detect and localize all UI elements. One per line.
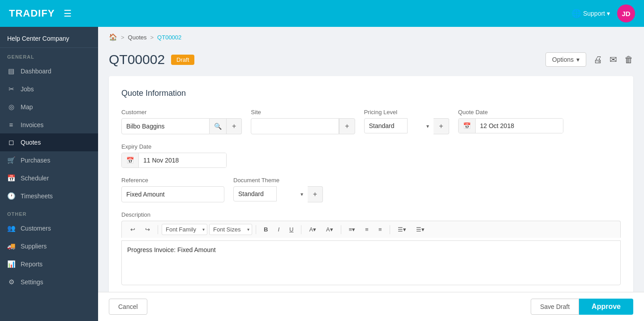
description-label: Description [121, 211, 621, 218]
pricing-level-select[interactable]: Standard Premium Basic [364, 118, 408, 133]
user-avatar[interactable]: JD [617, 4, 635, 22]
reference-input[interactable] [121, 186, 224, 202]
doc-theme-add-button[interactable]: + [308, 186, 323, 202]
sidebar-item-timesheets[interactable]: 🕐 Timesheets [0, 187, 98, 205]
jobs-icon: ✂ [7, 85, 15, 93]
form-row-1: Customer 🔍 + Site + [121, 109, 621, 168]
editor-sep-5 [390, 225, 390, 234]
sidebar-item-quotes[interactable]: ◻ Quotes [0, 133, 98, 151]
form-row-2: Reference Document Theme Standard Modern… [121, 177, 621, 202]
customer-input-wrapper: 🔍 + [121, 118, 242, 134]
sidebar-label-dashboard: Dashboard [21, 68, 52, 75]
breadcrumb-quotes[interactable]: Quotes [128, 34, 147, 41]
approve-button[interactable]: Approve [579, 299, 633, 315]
font-sizes-select[interactable]: Font Sizes [209, 224, 252, 235]
navbar-right: 🌐 Support ▾ JD [571, 4, 635, 22]
sidebar-item-customers[interactable]: 👥 Customers [0, 219, 98, 237]
page-title-area: QT00002 Draft [109, 52, 194, 67]
editor-ordered-list-button[interactable]: ☰▾ [412, 224, 429, 235]
breadcrumb-home[interactable]: 🏠 [109, 33, 117, 41]
sidebar-item-scheduler[interactable]: 📅 Scheduler [0, 169, 98, 187]
editor-undo-button[interactable]: ↩ [126, 224, 139, 235]
editor-sep-3 [301, 225, 301, 234]
site-add-button[interactable]: + [339, 118, 355, 134]
email-icon[interactable]: ✉ [610, 54, 617, 65]
editor-align-center-button[interactable]: ≡ [361, 224, 373, 235]
expiry-date-input[interactable] [139, 153, 226, 167]
pricing-add-button[interactable]: + [434, 118, 449, 134]
page-actions: Options ▾ 🖨 ✉ 🗑 [545, 52, 633, 67]
editor-align-right-button[interactable]: ≡ [374, 224, 386, 235]
site-field-group: Site + [251, 109, 355, 134]
editor-sep-4 [341, 225, 341, 234]
sidebar-item-settings[interactable]: ⚙ Settings [0, 273, 98, 291]
section-general: GENERAL [0, 48, 98, 62]
editor-underline-button[interactable]: U [285, 224, 297, 235]
expiry-date-calendar-icon: 📅 [122, 153, 139, 167]
support-menu[interactable]: 🌐 Support ▾ [571, 9, 610, 18]
doc-theme-select[interactable]: Standard Modern Classic [233, 186, 277, 201]
customers-icon: 👥 [7, 224, 15, 232]
editor-bold-button[interactable]: B [260, 224, 272, 235]
description-text: Progress Invoice: Fixed Amount [127, 246, 216, 253]
form-row-description: Description ↩ ↪ Font Family ▾ [121, 211, 621, 285]
doc-theme-field-group: Document Theme Standard Modern Classic ▾ [233, 177, 323, 202]
sidebar-label-scheduler: Scheduler [21, 175, 49, 182]
sidebar-item-purchases[interactable]: 🛒 Purchases [0, 151, 98, 169]
save-draft-button[interactable]: Save Draft [531, 299, 579, 315]
options-button[interactable]: Options ▾ [545, 52, 586, 67]
sidebar-item-suppliers[interactable]: 🚚 Suppliers [0, 237, 98, 255]
suppliers-icon: 🚚 [7, 242, 15, 250]
expiry-date-input-wrapper: 📅 [121, 153, 227, 168]
font-family-select-wrap: Font Family ▾ [162, 224, 207, 235]
sidebar-label-customers: Customers [21, 225, 51, 232]
settings-icon: ⚙ [7, 278, 15, 286]
sidebar-item-map[interactable]: ◎ Map [0, 98, 98, 116]
options-chevron-icon: ▾ [576, 56, 580, 63]
breadcrumb: 🏠 > Quotes > QT00002 [98, 27, 644, 47]
expiry-date-field-group: Expiry Date 📅 [121, 143, 227, 168]
timesheets-icon: 🕐 [7, 192, 15, 200]
customer-input[interactable] [121, 118, 210, 134]
company-name: Help Center Company [0, 27, 98, 48]
customer-search-button[interactable]: 🔍 [210, 118, 227, 134]
options-label: Options [552, 56, 574, 63]
sidebar-label-purchases: Purchases [21, 157, 50, 164]
scheduler-icon: 📅 [7, 174, 15, 182]
description-field-group: Description ↩ ↪ Font Family ▾ [121, 211, 621, 285]
site-input-wrapper: + [251, 118, 355, 134]
invoices-icon: ≡ [7, 121, 15, 128]
delete-icon[interactable]: 🗑 [624, 55, 633, 65]
sidebar-item-dashboard[interactable]: ▤ Dashboard [0, 62, 98, 80]
quote-information-card: Quote Information Customer 🔍 + Site [109, 76, 633, 292]
quote-date-input[interactable] [476, 119, 563, 133]
pricing-level-label: Pricing Level [364, 109, 449, 116]
section-other: OTHER [0, 205, 98, 219]
main-layout: Help Center Company GENERAL ▤ Dashboard … [0, 27, 644, 321]
support-chevron-icon: ▾ [607, 10, 610, 17]
sidebar-item-invoices[interactable]: ≡ Invoices [0, 116, 98, 133]
hamburger-menu[interactable]: ☰ [64, 8, 72, 19]
footer-right: Save Draft Approve [531, 299, 633, 315]
editor-italic-button[interactable]: I [274, 224, 283, 235]
editor-align-left-button[interactable]: ≡▾ [345, 224, 360, 235]
content-area: 🏠 > Quotes > QT00002 QT00002 Draft Optio… [98, 27, 644, 321]
customer-add-button[interactable]: + [227, 118, 242, 134]
editor-unordered-list-button[interactable]: ☰▾ [394, 224, 410, 235]
map-icon: ◎ [7, 103, 15, 111]
expiry-date-label: Expiry Date [121, 143, 227, 150]
sidebar-item-reports[interactable]: 📊 Reports [0, 255, 98, 273]
customer-label: Customer [121, 109, 242, 116]
editor-redo-button[interactable]: ↪ [141, 224, 154, 235]
font-family-select[interactable]: Font Family [162, 224, 207, 235]
print-icon[interactable]: 🖨 [593, 55, 602, 65]
page-title: QT00002 [109, 52, 165, 67]
editor-content[interactable]: Progress Invoice: Fixed Amount [121, 240, 621, 285]
site-input[interactable] [251, 118, 339, 134]
cancel-button[interactable]: Cancel [109, 299, 147, 315]
sidebar-item-jobs[interactable]: ✂ Jobs [0, 80, 98, 98]
editor-font-color-button[interactable]: A▾ [305, 224, 320, 235]
editor-highlight-button[interactable]: A▾ [322, 224, 337, 235]
quote-date-input-wrapper: 📅 [458, 118, 563, 133]
pricing-select-container: Standard Premium Basic ▾ [364, 118, 434, 134]
